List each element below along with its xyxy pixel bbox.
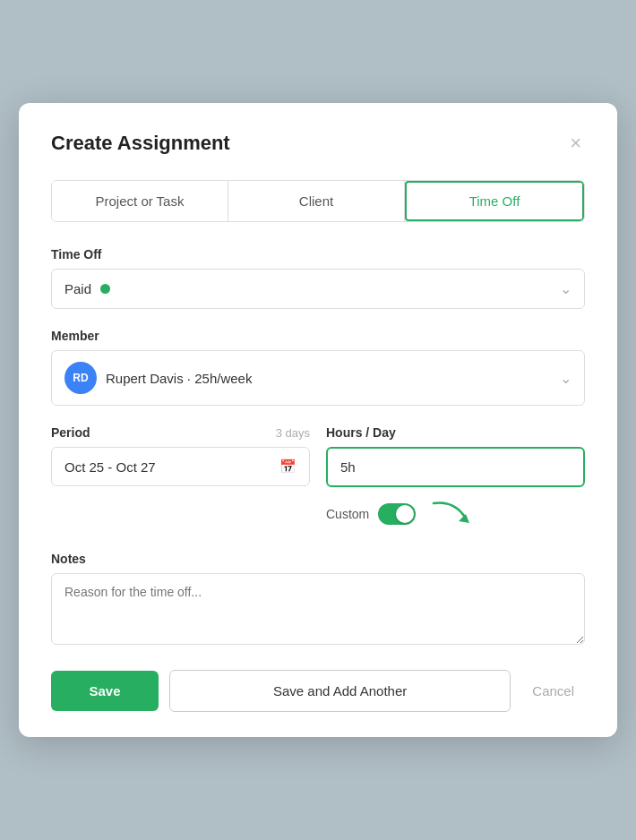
notes-field-group: Notes [51, 552, 585, 648]
period-col: Period 3 days Oct 25 - Oct 27 📅 [51, 425, 310, 532]
tab-client[interactable]: Client [228, 181, 405, 221]
arrow-indicator [426, 496, 473, 532]
member-info: RD Rupert Davis · 25h/week [64, 362, 252, 394]
paid-label: Paid [64, 281, 91, 296]
button-row: Save Save and Add Another Cancel [51, 670, 585, 712]
time-off-dropdown[interactable]: Paid ⌄ [51, 269, 585, 309]
save-button[interactable]: Save [51, 671, 159, 711]
member-label: Member [51, 329, 585, 343]
time-off-field-group: Time Off Paid ⌄ [51, 247, 585, 309]
save-and-add-button[interactable]: Save and Add Another [169, 670, 511, 712]
create-assignment-modal: Create Assignment × Project or Task Clie… [19, 103, 617, 737]
period-header: Period 3 days [51, 425, 310, 440]
custom-toggle[interactable] [378, 503, 416, 525]
period-hours-row: Period 3 days Oct 25 - Oct 27 📅 Hours / … [51, 425, 585, 532]
calendar-icon: 📅 [279, 459, 297, 475]
time-off-label: Time Off [51, 247, 585, 261]
hours-input[interactable] [340, 459, 571, 475]
period-input-box[interactable]: Oct 25 - Oct 27 📅 [51, 447, 310, 486]
tab-bar: Project or Task Client Time Off [51, 180, 585, 222]
hours-input-box[interactable] [326, 447, 585, 487]
hours-col: Hours / Day Custom [326, 425, 585, 532]
chevron-down-icon: ⌄ [560, 280, 572, 297]
notes-label: Notes [51, 552, 585, 566]
member-dropdown[interactable]: RD Rupert Davis · 25h/week ⌄ [51, 350, 585, 406]
tab-project-task[interactable]: Project or Task [52, 181, 228, 221]
toggle-knob [396, 505, 414, 523]
notes-textarea[interactable] [51, 573, 585, 645]
avatar: RD [64, 362, 97, 394]
period-value: Oct 25 - Oct 27 [64, 459, 156, 475]
member-chevron-down-icon: ⌄ [560, 370, 572, 387]
custom-row: Custom [326, 496, 585, 532]
hours-label: Hours / Day [326, 425, 585, 440]
modal-title: Create Assignment [51, 132, 230, 155]
period-label: Period [51, 425, 90, 440]
close-button[interactable]: × [566, 133, 585, 153]
tab-time-off[interactable]: Time Off [405, 181, 584, 221]
days-count: 3 days [276, 426, 310, 440]
member-field-group: Member RD Rupert Davis · 25h/week ⌄ [51, 329, 585, 406]
time-off-selected-value: Paid [64, 281, 110, 296]
modal-header: Create Assignment × [51, 132, 585, 155]
custom-label: Custom [326, 507, 369, 521]
member-name: Rupert Davis · 25h/week [106, 371, 252, 386]
paid-status-dot [100, 284, 110, 294]
cancel-button[interactable]: Cancel [521, 671, 585, 711]
